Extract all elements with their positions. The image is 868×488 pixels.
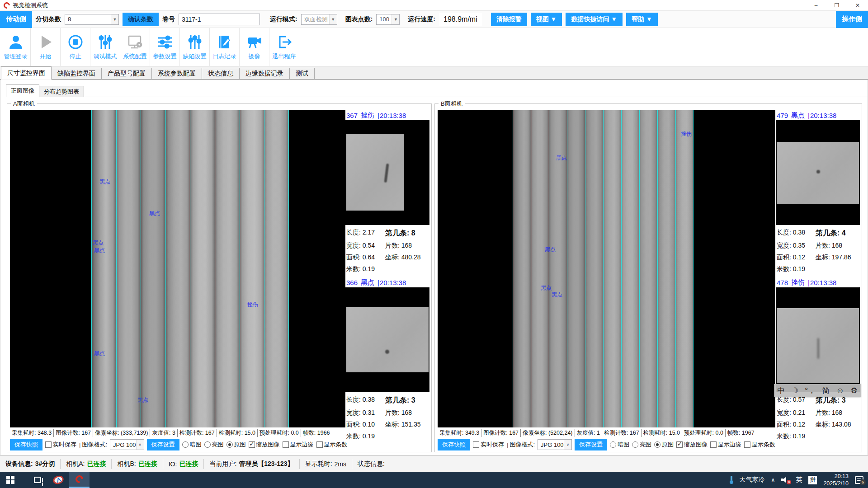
run-mode-value: 双面检测 <box>304 15 328 23</box>
start-button[interactable] <box>0 472 21 488</box>
debug-mode-button[interactable]: 调试模式 <box>90 28 120 66</box>
show-edge-checkbox[interactable]: 显示边缘 <box>283 441 314 449</box>
thermometer-icon[interactable] <box>730 476 733 484</box>
tab-status-info[interactable]: 状态信息 <box>202 68 240 79</box>
ime-simplified-toggle[interactable]: 简 <box>822 387 830 394</box>
save-settings-button[interactable]: 保存设置 <box>147 439 179 450</box>
defect-card[interactable]: 367 挫伤 20:13:38 长度: 2.17 第几条: 8 宽度: 0.54… <box>345 110 429 274</box>
image-format-combo[interactable]: JPG 100∨ <box>538 439 572 450</box>
window-title: 视觉检测系统 <box>13 1 48 9</box>
defect-card[interactable]: 479 黑点 20:13:38 长度: 0.38 第几条: 4 宽度: 0.35… <box>776 110 860 274</box>
camera-b-panel: B面相机 挫伤 黑点 黑点 黑点 黑点 479 黑点 20:13:38 长度: … <box>434 103 862 452</box>
stop-icon <box>67 34 84 50</box>
tab-product-model-config[interactable]: 产品型号配置 <box>101 68 152 79</box>
snipping-tool-button[interactable] <box>48 472 69 488</box>
camera-a-connection: 相机A: 已连接 <box>61 459 112 469</box>
main-toolbar: 传动侧 分切条数 8 ▼ 确认条数 卷号 3117-1 运行模式: 双面检测 ▼… <box>0 11 868 28</box>
weather-text[interactable]: 天气寒冷 <box>740 476 765 484</box>
muted-speaker-icon[interactable]: ✕ <box>781 477 789 483</box>
defect-card-header: 367 挫伤 20:13:38 <box>345 110 429 120</box>
close-button[interactable]: ✕ <box>847 0 868 10</box>
show-count-checkbox[interactable]: 显示条数 <box>316 441 348 449</box>
language-indicator[interactable]: 英 <box>796 476 802 484</box>
show-count-checkbox[interactable]: 显示条数 <box>744 441 775 449</box>
ime-lang-toggle[interactable]: 中 <box>777 387 785 394</box>
realtime-save-checkbox[interactable]: 实时保存 <box>473 441 504 449</box>
bright-image-radio[interactable]: 亮图 <box>632 441 651 449</box>
subtab-trend-chart[interactable]: 分布趋势图表 <box>39 86 84 97</box>
defect-time: 20:13:38 <box>808 279 836 286</box>
defect-settings-button[interactable]: 缺陷设置 <box>180 28 210 66</box>
tab-test[interactable]: 测试 <box>289 68 315 79</box>
maximize-button[interactable]: ❐ <box>826 0 847 10</box>
defect-thumbnail <box>345 287 429 392</box>
exit-program-button[interactable]: 退出程序 <box>269 28 299 66</box>
subtab-front-image[interactable]: 正面图像 <box>6 84 39 97</box>
show-edge-checkbox[interactable]: 显示边缘 <box>710 441 741 449</box>
clear-alarm-button[interactable]: 清除报警 <box>491 13 527 26</box>
capture-image-button[interactable]: 摄像 <box>240 28 269 66</box>
log-record-button[interactable]: 日志记录 <box>210 28 240 66</box>
roll-number-input[interactable]: 3117-1 <box>179 14 260 25</box>
save-snapshot-button[interactable]: 保存快照 <box>10 439 42 450</box>
defect-card[interactable]: 478 挫伤 20:13:38 长度: 0.57 第几条: 3 宽度: 0.21… <box>776 277 860 441</box>
run-speed-value: 198.9m/mi <box>439 13 482 26</box>
defect-info: 长度: 0.38 第几条: 3 宽度: 0.31 片数: 168 面积: 0.1… <box>345 392 429 441</box>
scratch-mark <box>817 338 819 359</box>
data-quick-access-menu-button[interactable]: 数据快捷访问 ▼ <box>566 13 623 26</box>
confirm-count-button[interactable]: 确认条数 <box>123 13 159 26</box>
ime-punctuation-icon[interactable]: °， <box>805 387 816 394</box>
help-menu-button[interactable]: 帮助 ▼ <box>626 13 658 26</box>
chart-points-combo[interactable]: 100 ▼ <box>376 14 400 25</box>
defect-type: 挫伤 <box>361 111 374 120</box>
ime-fullwidth-icon[interactable]: ☽ <box>792 387 798 394</box>
minimize-button[interactable]: – <box>806 0 826 10</box>
operate-side-button[interactable]: 操作侧 <box>836 11 868 28</box>
drive-side-button[interactable]: 传动侧 <box>0 11 32 28</box>
hidden-icons-chevron[interactable]: ∧ <box>771 477 775 483</box>
chart-points-label: 图表点数: <box>345 15 373 23</box>
defect-card-header: 366 黑点 20:13:38 <box>345 277 429 287</box>
run-mode-combo[interactable]: 双面检测 ▼ <box>301 14 337 25</box>
slit-count-label: 分切条数 <box>36 15 61 23</box>
defect-marker-label: 黑点 <box>137 396 148 404</box>
tab-system-parameter-config[interactable]: 系统参数配置 <box>151 68 202 79</box>
save-snapshot-button[interactable]: 保存快照 <box>438 439 470 450</box>
task-view-button[interactable] <box>27 472 48 488</box>
save-settings-button[interactable]: 保存设置 <box>575 439 607 450</box>
zoom-image-checkbox[interactable]: 缩放图像 <box>676 441 708 449</box>
defect-marker-label: 黑点 <box>545 246 556 253</box>
defect-card[interactable]: 366 黑点 20:13:38 长度: 0.38 第几条: 3 宽度: 0.31… <box>345 277 429 441</box>
raw-image-radio[interactable]: 原图 <box>226 441 246 449</box>
tab-edge-data-record[interactable]: 边缘数据记录 <box>239 68 290 79</box>
image-format-combo[interactable]: JPG 100∨ <box>110 439 144 450</box>
raw-image-radio[interactable]: 原图 <box>654 441 674 449</box>
taskbar-clock[interactable]: 20:13 2025/2/10 <box>823 473 849 488</box>
title-bar: 视觉检测系统 – ❐ ✕ <box>0 0 868 11</box>
tab-size-monitor[interactable]: 尺寸监控界面 <box>1 66 52 80</box>
ime-settings-gear-icon[interactable]: ⚙ <box>850 387 857 394</box>
parameter-settings-button[interactable]: 参数设置 <box>150 28 180 66</box>
stop-button[interactable]: 停止 <box>61 28 90 66</box>
ime-emoji-icon[interactable]: ☺ <box>836 387 844 394</box>
slit-count-combo[interactable]: 8 ▼ <box>65 14 119 25</box>
debug-sliders-icon <box>97 34 113 50</box>
defect-info: 长度: 2.17 第几条: 8 宽度: 0.54 片数: 168 面积: 0.6… <box>345 225 429 273</box>
dark-image-radio[interactable]: 暗图 <box>182 441 202 449</box>
main-tab-strip: 尺寸监控界面 缺陷监控界面 产品型号配置 系统参数配置 状态信息 边缘数据记录 … <box>0 66 868 80</box>
admin-login-button[interactable]: 管理登录 <box>1 28 31 66</box>
start-button[interactable]: 开始 <box>31 28 61 66</box>
notification-center-icon[interactable]: 6 <box>855 476 863 484</box>
tab-defect-monitor[interactable]: 缺陷监控界面 <box>51 68 102 79</box>
bright-image-radio[interactable]: 亮图 <box>204 441 224 449</box>
ime-mode-indicator[interactable]: 拼 <box>808 476 817 484</box>
video-camera-icon <box>246 34 263 50</box>
vision-app-taskbar-button[interactable] <box>69 472 90 488</box>
dark-image-radio[interactable]: 暗图 <box>610 441 629 449</box>
system-config-button[interactable]: 系统配置 <box>120 28 150 66</box>
zoom-image-checkbox[interactable]: 缩放图像 <box>249 441 280 449</box>
chevron-down-icon: ∨ <box>564 440 571 450</box>
realtime-save-checkbox[interactable]: 实时保存 <box>45 441 76 449</box>
defect-marker-label: 黑点 <box>99 178 110 186</box>
view-menu-button[interactable]: 视图 ▼ <box>531 13 562 26</box>
